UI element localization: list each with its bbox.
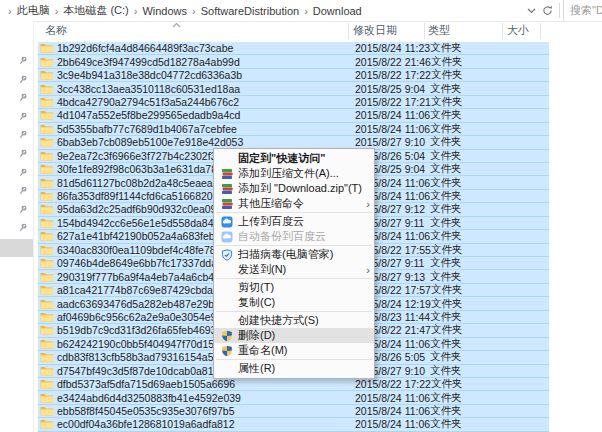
uac-shield-icon — [220, 330, 234, 342]
folder-icon — [40, 325, 53, 335]
column-divider[interactable] — [502, 23, 503, 39]
table-row[interactable]: ebb58f8f45045e0535c935e3076f97b52015/8/2… — [38, 405, 549, 418]
table-row[interactable]: 3cc438cc13aea3510118c60531ed18aa2015/8/2… — [38, 82, 549, 95]
folder-icon — [40, 97, 53, 107]
menu-item-label: 剪切(T) — [238, 280, 362, 295]
folder-icon — [40, 70, 53, 80]
table-row[interactable]: 1b292d6fcf4a4d84664489f3ac73cabe2015/8/2… — [38, 42, 549, 55]
column-divider[interactable] — [424, 23, 425, 39]
file-date-modified: 2015/8/24 11:06 — [355, 123, 430, 135]
address-bar-controls — [527, 0, 560, 21]
quick-access-pin-icon[interactable] — [19, 218, 28, 227]
menu-item-copy[interactable]: 复制(C) — [214, 295, 374, 310]
menu-item-create-shortcut[interactable]: 创建快捷方式(S) — [214, 313, 374, 328]
breadcrumb-item[interactable]: 本地磁盘 (C:) — [63, 3, 128, 18]
quick-access-pin-icon[interactable] — [19, 107, 28, 116]
table-row[interactable]: ec00df04a36bfe128681019a6adfa8122015/8/2… — [38, 418, 549, 431]
quick-access-pin-icon[interactable] — [19, 200, 28, 209]
menu-separator — [216, 359, 372, 360]
table-row[interactable]: 5d5355bafb77c7689d1b4067a7cebfee2015/8/2… — [38, 123, 549, 136]
folder-icon — [40, 218, 53, 228]
file-type: 文件夹 — [431, 377, 549, 391]
column-header-date[interactable]: 修改日期 — [353, 21, 397, 40]
folder-icon — [40, 272, 53, 282]
quick-access-pin-icon[interactable] — [19, 70, 28, 79]
column-header-type[interactable]: 类型 — [428, 21, 450, 40]
column-divider[interactable] — [540, 23, 541, 39]
file-type: 文件夹 — [430, 404, 549, 418]
table-row[interactable]: 4bdca42790a2794c51f3a5a244b676c22015/8/2… — [38, 96, 549, 109]
menu-item-label: 重命名(M) — [238, 343, 362, 358]
menu-separator — [216, 245, 372, 246]
menu-icon-spacer — [220, 153, 234, 165]
quick-access-pin-icon[interactable] — [19, 88, 28, 97]
table-row[interactable]: 3c9e4b941a318e38dc04772cd6336a3b2015/8/2… — [38, 69, 549, 82]
file-type: 文件夹 — [430, 391, 549, 405]
menu-item-label: 添加到 "Download.zip"(T) — [238, 181, 362, 196]
column-divider[interactable] — [348, 23, 349, 39]
quick-access-pin-icon[interactable] — [19, 125, 28, 134]
file-name: 3cc438cc13aea3510118c60531ed18aa — [57, 83, 355, 95]
file-date-modified: 2015/8/24 11:06 — [355, 405, 430, 417]
file-type: 文件夹 — [430, 417, 549, 431]
menu-item-add-to-archive[interactable]: 添加到压缩文件(A)... — [214, 166, 374, 181]
folder-icon — [40, 43, 53, 53]
menu-item-auto-backup-to-baidu-cloud: 自动备份到百度云 — [214, 229, 374, 244]
baidu-cloud-icon — [220, 231, 234, 243]
menu-item-send-to[interactable]: 发送到(N)› — [214, 262, 374, 277]
menu-item-delete[interactable]: 删除(D) — [214, 328, 374, 343]
menu-item-scan-virus[interactable]: 扫描病毒(电脑管家) — [214, 247, 374, 262]
column-header-name[interactable]: 名称 — [45, 21, 67, 40]
column-header-size[interactable]: 大小 — [507, 21, 529, 40]
file-type: 文件夹 — [430, 122, 549, 136]
uac-shield-icon — [220, 345, 234, 357]
table-row[interactable]: dfbd5373af5dfa715d69aeb1505a66962015/8/2… — [38, 378, 549, 391]
menu-item-label: 扫描病毒(电脑管家) — [238, 247, 362, 262]
file-type: 文件夹 — [430, 162, 549, 176]
search-placeholder: 搜索"Do — [570, 3, 602, 18]
file-type: 文件夹 — [431, 55, 549, 69]
menu-item-upload-to-baidu-cloud[interactable]: 上传到百度云 — [214, 214, 374, 229]
folder-icon — [40, 285, 53, 295]
address-bar: ›此电脑›本地磁盘 (C:)›Windows›SoftwareDistribut… — [0, 0, 602, 22]
breadcrumb-item[interactable]: SoftwareDistribution — [201, 5, 299, 17]
menu-separator — [216, 278, 372, 279]
nav-selected-item[interactable] — [0, 239, 33, 257]
winrar-icon — [220, 168, 234, 180]
submenu-arrow-icon: › — [362, 198, 370, 210]
menu-item-pin-to-quick-access[interactable]: 固定到"快速访问" — [214, 151, 374, 166]
folder-icon — [40, 191, 53, 201]
search-input[interactable]: 搜索"Do — [563, 0, 602, 21]
quick-access-pin-icon[interactable] — [19, 51, 28, 60]
file-name: ec00df04a36bfe128681019a6adfa812 — [57, 418, 355, 430]
menu-item-label: 删除(D) — [238, 328, 362, 343]
quick-access-pin-icon[interactable] — [19, 144, 28, 153]
breadcrumb-item[interactable]: Download — [313, 5, 362, 17]
file-type: 文件夹 — [430, 202, 549, 216]
folder-icon — [40, 124, 53, 134]
table-row[interactable]: 2bb649ce3f947499cd5d18278a4ab99d2015/8/2… — [38, 55, 549, 68]
menu-item-cut[interactable]: 剪切(T) — [214, 280, 374, 295]
menu-item-rename[interactable]: 重命名(M) — [214, 343, 374, 358]
chevron-down-icon[interactable] — [527, 8, 536, 14]
breadcrumb-item[interactable]: Windows — [142, 5, 187, 17]
menu-icon-spacer — [220, 315, 234, 327]
table-row[interactable]: 4d1047a552e5f8be299565edadb9a4cd2015/8/2… — [38, 109, 549, 122]
folder-icon — [40, 245, 53, 255]
menu-item-add-to-download-zip[interactable]: 添加到 "Download.zip"(T) — [214, 181, 374, 196]
table-row[interactable]: e3424abd6d4d3250883fb41e4592e0392015/8/2… — [38, 391, 549, 404]
quick-access-pin-icon[interactable] — [19, 181, 28, 190]
file-name: e3424abd6d4d3250883fb41e4592e039 — [57, 392, 355, 404]
sort-ascending-icon — [172, 22, 181, 28]
refresh-icon[interactable] — [542, 5, 553, 16]
file-type: 文件夹 — [430, 135, 549, 149]
menu-item-other-compression-commands[interactable]: 其他压缩命令› — [214, 196, 374, 211]
baidu-cloud-icon — [220, 216, 234, 228]
file-type: 文件夹 — [430, 310, 549, 324]
quick-access-pin-icon[interactable] — [19, 163, 28, 172]
folder-icon — [40, 164, 53, 174]
file-type: 文件夹 — [430, 364, 549, 378]
menu-item-label: 其他压缩命令 — [238, 196, 362, 211]
menu-item-properties[interactable]: 属性(R) — [214, 361, 374, 376]
breadcrumb-item[interactable]: 此电脑 — [17, 3, 50, 18]
